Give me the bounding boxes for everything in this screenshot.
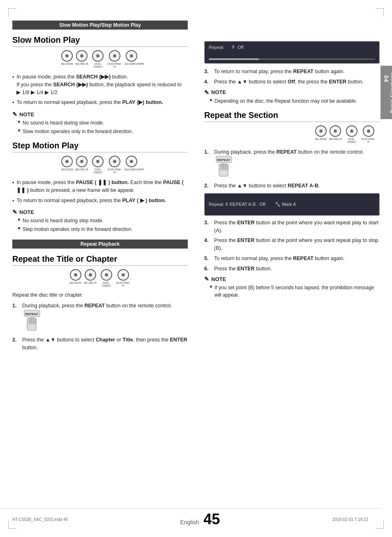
svg-rect-5 bbox=[33, 318, 34, 324]
repeat-title-step-2: 2. Press the ▲▼ buttons to select Chapte… bbox=[12, 336, 188, 352]
screen-progress-bar-container bbox=[209, 58, 375, 60]
screen-image-container: Repeat ⇕ Off bbox=[204, 41, 380, 64]
rs-disc-dvdplusrw: DVD+RW/-R bbox=[361, 125, 376, 143]
rs-step-num-2: 2. bbox=[204, 182, 212, 190]
repeat-disc-dvdplusrw: DVD+RW/-R bbox=[116, 269, 130, 287]
right-step-3: 3. To return to normal play, press the R… bbox=[204, 68, 380, 76]
banner-slow-motion: Slow Motion Play/Step Motion Play bbox=[12, 21, 188, 30]
step-bullet-1: • bbox=[12, 179, 14, 194]
svg-rect-4 bbox=[31, 317, 32, 324]
screen-progress-fill bbox=[209, 58, 259, 60]
step-motion-bullet-1: • In pause mode, press the PAUSE ( ❚❚ ) … bbox=[12, 179, 188, 194]
svg-rect-11 bbox=[223, 163, 224, 170]
right-step-4: 4. Press the ▲▼ buttons to select Off, t… bbox=[204, 78, 380, 86]
rs-step-1-text: During playback, press the REPEAT button… bbox=[214, 148, 380, 180]
disc-label-bdrer: BD-RE/-R bbox=[76, 62, 88, 65]
repeat-section-disc-icons: BD-ROM BD-RE/-R DVD-VIDEO DVD+RW/-R bbox=[204, 125, 376, 143]
repeat-button-image-2: REPEAT bbox=[216, 156, 234, 180]
rs-disc-bdrom: BD-ROM bbox=[315, 125, 326, 143]
ab-screen-text: Repeat ⇕ REPEAT A-B : Off 🔧 Mark A bbox=[209, 202, 296, 207]
screen-icon-arrow: ⇕ bbox=[231, 44, 235, 50]
note-label-4: NOTE bbox=[211, 276, 226, 282]
step-disc-dvdvideo: DVD-VIDEO bbox=[91, 156, 105, 174]
disc-icon-dvdvideo: DVD-VIDEO bbox=[91, 50, 105, 68]
slow-motion-note-header: ✎ NOTE bbox=[12, 111, 188, 118]
right-note: ✎ NOTE Depending on the disc, the Repeat… bbox=[204, 89, 380, 105]
rs-step-1: 1. During playback, press the REPEAT but… bbox=[204, 148, 380, 180]
sq-bullet-1 bbox=[18, 121, 20, 123]
slow-motion-disc-icons: BD-ROM BD-RE/-R DVD-VIDEO bbox=[12, 50, 188, 68]
disc-circle-dvdplusrw bbox=[109, 50, 120, 62]
step-motion-note-items: No sound is heard during step mode. Step… bbox=[12, 217, 188, 233]
svg-rect-12 bbox=[225, 164, 226, 170]
repeat-title-chapter-section: Repeat the Title or Chapter BD-ROM BD-RE… bbox=[12, 254, 188, 351]
sq-bullet-6 bbox=[210, 286, 212, 288]
right-note-item-1: Depending on the disc, the Repeat functi… bbox=[210, 97, 380, 105]
step-motion-section: Step Motion Play BD-ROM BD-RE/-R DVD-VID… bbox=[12, 141, 188, 233]
disc-icon-bdrer: BD-RE/-R bbox=[76, 50, 88, 68]
rs-disc-dvdvideo: DVD-VIDEO bbox=[344, 125, 359, 143]
rs-step-6: 6. Press the ENTER button. bbox=[204, 265, 380, 273]
banner-repeat-playback: Repeat Playback bbox=[12, 240, 188, 249]
rs-step-5: 5. To return to normal play, press the R… bbox=[204, 255, 380, 263]
svg-text:REPEAT: REPEAT bbox=[217, 158, 230, 162]
right-steps-1: 3. To return to normal play, press the R… bbox=[204, 68, 380, 86]
repeat-title-step-1: 1. During playback, press the REPEAT but… bbox=[12, 302, 188, 334]
corner-mark-tr bbox=[376, 8, 384, 16]
slow-motion-bullet-2: • To return to normal speed playback, pr… bbox=[12, 99, 188, 107]
page: 04 Basic Functions Slow Motion Play/Step… bbox=[0, 0, 392, 537]
right-note-header: ✎ NOTE bbox=[204, 89, 380, 96]
sq-bullet-4 bbox=[18, 227, 20, 229]
bullet-symbol-2: • bbox=[12, 99, 14, 107]
repeat-title-step-1-text: During playback, press the REPEAT button… bbox=[22, 302, 188, 334]
ab-mark: 🔧 Mark A bbox=[275, 202, 296, 207]
step-num-2: 2. bbox=[12, 336, 20, 352]
step-motion-note-text-2: Step motion operates only in the forward… bbox=[23, 226, 132, 233]
disc-icon-dvdplusrw: DVD+RW/-R bbox=[108, 50, 122, 68]
footer-filename: HT-C5530_XAC_0201.indd 45 bbox=[12, 517, 68, 522]
rs-step-5-text: To return to normal play, press the REPE… bbox=[214, 255, 345, 263]
step-motion-bullet-2: • To return to normal speed playback, pr… bbox=[12, 197, 188, 205]
repeat-title-chapter-title: Repeat the Title or Chapter bbox=[12, 254, 188, 266]
step-motion-note-item-1: No sound is heard during step mode. bbox=[18, 217, 188, 224]
rs-note-items: If you set point (B) before 5 seconds ha… bbox=[204, 284, 380, 299]
disc-label-bdrom: BD-ROM bbox=[61, 62, 73, 65]
svg-rect-10 bbox=[221, 164, 222, 170]
chapter-title: Basic Functions bbox=[390, 72, 392, 113]
rs-step-num-6: 6. bbox=[204, 265, 212, 273]
rs-step-num-4: 4. bbox=[204, 237, 212, 252]
chapter-tab: 04 Basic Functions bbox=[380, 66, 392, 119]
note-label-2: NOTE bbox=[19, 209, 34, 215]
repeat-hand-svg: REPEAT bbox=[24, 310, 42, 331]
rs-step-2-text: Press the ▲▼ buttons to select REPEAT A-… bbox=[214, 182, 320, 190]
screen-label-repeat: Repeat bbox=[209, 45, 223, 50]
screen-image-repeat: Repeat ⇕ Off bbox=[204, 41, 380, 64]
disc-label-dvdvideo: DVD-VIDEO bbox=[91, 62, 105, 68]
rs-note-item-1: If you set point (B) before 5 seconds ha… bbox=[210, 284, 380, 299]
repeat-title-step-2-text: Press the ▲▼ buttons to select Chapter o… bbox=[22, 336, 188, 352]
rs-step-num-3: 3. bbox=[204, 219, 212, 235]
step-motion-note: ✎ NOTE No sound is heard during step mod… bbox=[12, 209, 188, 233]
slow-motion-note-items: No sound is heard during slow mode. Slow… bbox=[12, 119, 188, 135]
step-disc-bdrom: BD-ROM bbox=[61, 156, 73, 174]
sq-bullet-3 bbox=[18, 219, 20, 221]
main-content: Slow Motion Play/Step Motion Play Slow M… bbox=[0, 16, 392, 512]
rs-step-num-1: 1. bbox=[204, 148, 212, 180]
corner-mark-tl bbox=[8, 8, 16, 16]
ab-value: REPEAT A-B : Off bbox=[230, 202, 265, 207]
step-motion-title: Step Motion Play bbox=[12, 141, 188, 152]
step-motion-bullets: • In pause mode, press the PAUSE ( ❚❚ ) … bbox=[12, 179, 188, 205]
slow-motion-note-text-1: No sound is heard during slow mode. bbox=[23, 119, 104, 127]
right-step-num-4: 4. bbox=[204, 78, 212, 86]
ab-screen: Repeat ⇕ REPEAT A-B : Off 🔧 Mark A bbox=[204, 193, 380, 216]
repeat-section-steps-2: 3. Press the ENTER button at the point w… bbox=[204, 219, 380, 273]
step-disc-divx: DivX/MKV/MP4 bbox=[125, 156, 139, 174]
repeat-title-steps: 1. During playback, press the REPEAT but… bbox=[12, 302, 188, 351]
footer: HT-C5530_XAC_0201.indd 45 English 45 201… bbox=[0, 508, 380, 527]
step-motion-bullet-2-text: To return to normal speed playback, pres… bbox=[16, 197, 166, 205]
pencil-icon-3: ✎ bbox=[204, 89, 209, 96]
pencil-icon: ✎ bbox=[12, 111, 17, 118]
screen-value-off: Off bbox=[238, 45, 243, 50]
right-column: Repeat ⇕ Off 3. To return to normal play… bbox=[200, 21, 380, 508]
rs-note: ✎ NOTE If you set point (B) before 5 sec… bbox=[204, 276, 380, 299]
